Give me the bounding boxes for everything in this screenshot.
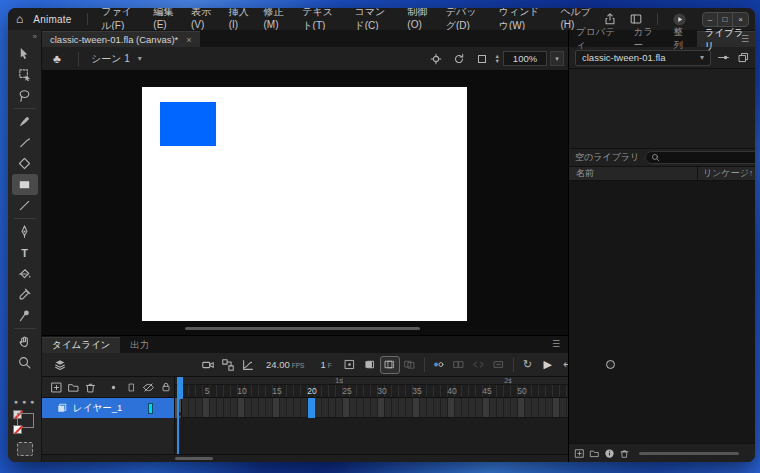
loop-icon[interactable]: ↻ (518, 356, 538, 374)
time-marker: 1s (335, 377, 342, 384)
stage[interactable] (142, 87, 467, 321)
delete-layer-icon[interactable] (83, 380, 99, 395)
toolbar-collapse-icon[interactable]: » (8, 31, 41, 43)
canvas-horizontal-scrollbar[interactable] (185, 327, 420, 330)
tab-close-icon[interactable]: × (186, 35, 191, 45)
edit-multiple-frames-icon[interactable] (400, 356, 420, 374)
parent-view-icon[interactable] (218, 356, 238, 374)
remove-frame-icon[interactable] (489, 356, 509, 374)
text-tool[interactable]: T (12, 242, 38, 263)
timeline-panel-menu-icon[interactable]: ☰ (552, 339, 560, 349)
stroke-none-swatch[interactable] (13, 425, 22, 434)
quick-share-play-icon[interactable] (668, 11, 690, 27)
tab-output[interactable]: 出力 (120, 337, 159, 353)
outline-color-icon[interactable] (106, 380, 122, 395)
hide-layer-icon[interactable] (140, 380, 156, 395)
insert-frame-icon[interactable] (469, 356, 489, 374)
item-properties-icon[interactable] (603, 447, 616, 460)
playhead-handle[interactable] (177, 377, 183, 399)
slider-thumb[interactable] (606, 360, 615, 369)
rectangle-tool[interactable] (12, 174, 38, 195)
playhead-line[interactable] (177, 377, 179, 454)
highlight-layer-icon[interactable] (123, 380, 139, 395)
stepper-down-icon[interactable]: ▼ (495, 59, 500, 64)
timeline-horizontal-scrollbar[interactable] (175, 457, 213, 460)
close-button[interactable]: × (733, 13, 748, 26)
current-frame-value[interactable]: 1 (320, 359, 325, 370)
line-tool[interactable] (12, 195, 38, 216)
layer-frame-track[interactable] (175, 398, 568, 418)
tab-color[interactable]: カラー (627, 31, 667, 47)
tab-properties[interactable]: プロパティ (569, 31, 627, 47)
onion-skin-outline-icon[interactable] (380, 356, 400, 374)
frame-ruler[interactable]: 5 10 15 20 25 30 35 40 45 50 (175, 385, 568, 398)
layer-stack-icon[interactable] (50, 356, 70, 374)
ruler-number: 20 (307, 386, 316, 396)
zoom-chevron-icon[interactable]: ▾ (550, 51, 564, 66)
delete-item-icon[interactable] (618, 447, 631, 460)
onion-skin-icon[interactable] (360, 356, 380, 374)
center-frame-icon[interactable] (340, 356, 360, 374)
ruler-number: 50 (517, 386, 526, 396)
fluid-brush-tool[interactable] (12, 111, 38, 132)
maximize-button[interactable]: □ (718, 13, 733, 26)
pasteboard[interactable] (42, 71, 568, 335)
divider (14, 328, 36, 329)
rotate-stage-icon[interactable] (449, 51, 469, 67)
zoom-stepper[interactable]: ▲ ▼ (495, 54, 500, 64)
free-transform-tool[interactable] (12, 64, 38, 85)
clip-content-icon[interactable] (472, 51, 492, 67)
library-search-box[interactable] (645, 151, 755, 164)
center-stage-icon[interactable] (426, 51, 446, 67)
eraser-tool[interactable] (12, 153, 38, 174)
library-horizontal-scrollbar[interactable] (639, 452, 739, 455)
workspace-icon[interactable] (625, 11, 647, 27)
new-symbol-icon[interactable] (573, 447, 586, 460)
insert-keyframe-icon[interactable] (429, 356, 449, 374)
new-layer-icon[interactable] (48, 380, 64, 395)
layer-depth-graph-icon[interactable] (238, 356, 258, 374)
column-name[interactable]: 名前 (569, 167, 697, 180)
play-button[interactable]: ▶ (538, 356, 558, 374)
layer-outline-color-swatch[interactable] (148, 403, 153, 414)
selected-frame-20[interactable] (308, 398, 315, 418)
zoom-level-input[interactable] (503, 51, 547, 66)
scene-icon[interactable]: ♣ (42, 52, 72, 66)
panel-menu-icon[interactable]: ☰ (741, 34, 749, 44)
new-folder-icon[interactable] (65, 380, 81, 395)
window-controls: – □ × (702, 12, 749, 27)
zoom-tool[interactable] (12, 352, 38, 373)
scene-name[interactable]: シーン 1 (91, 52, 130, 66)
eyedropper-tool[interactable] (12, 284, 38, 305)
layer-name[interactable]: レイヤー_1 (73, 402, 122, 415)
document-tab-title: classic-tween-01.fla (Canvas)* (50, 34, 178, 45)
home-icon[interactable]: ⌂ (8, 12, 31, 26)
blue-rectangle-shape[interactable] (160, 102, 216, 146)
paint-bucket-tool[interactable] (12, 263, 38, 284)
lock-layer-icon[interactable] (158, 380, 174, 395)
share-icon[interactable] (599, 11, 621, 27)
lasso-tool[interactable] (12, 85, 38, 106)
selection-tool[interactable] (12, 43, 38, 64)
insert-blank-keyframe-icon[interactable] (449, 356, 469, 374)
fps-value[interactable]: 24.00 (266, 359, 290, 370)
document-tab[interactable]: classic-tween-01.fla (Canvas)* × (42, 31, 200, 47)
minimize-button[interactable]: – (703, 13, 718, 26)
frames-area[interactable]: 1s 2s 5 10 15 20 25 30 35 40 45 (175, 377, 568, 454)
classic-brush-tool[interactable] (12, 132, 38, 153)
more-tools-icon[interactable]: ● ● ● (14, 398, 36, 405)
asset-warp-tool[interactable] (12, 305, 38, 326)
column-linkage[interactable]: リンケージ↑ (697, 167, 755, 180)
hand-tool[interactable] (12, 331, 38, 352)
tab-timeline[interactable]: タイムライン (42, 337, 120, 353)
object-drawing-mode-icon[interactable] (17, 442, 33, 456)
library-item-list[interactable] (569, 181, 755, 443)
tab-align[interactable]: 整列 (666, 31, 697, 47)
camera-icon[interactable] (198, 356, 218, 374)
scene-chevron-icon[interactable]: ▾ (138, 54, 142, 63)
library-search-input[interactable] (663, 153, 755, 163)
layer-row[interactable]: レイヤー_1 (42, 398, 174, 418)
pen-tool[interactable] (12, 221, 38, 242)
sort-arrow-icon: ↑ (749, 168, 754, 178)
new-folder-icon[interactable] (588, 447, 601, 460)
